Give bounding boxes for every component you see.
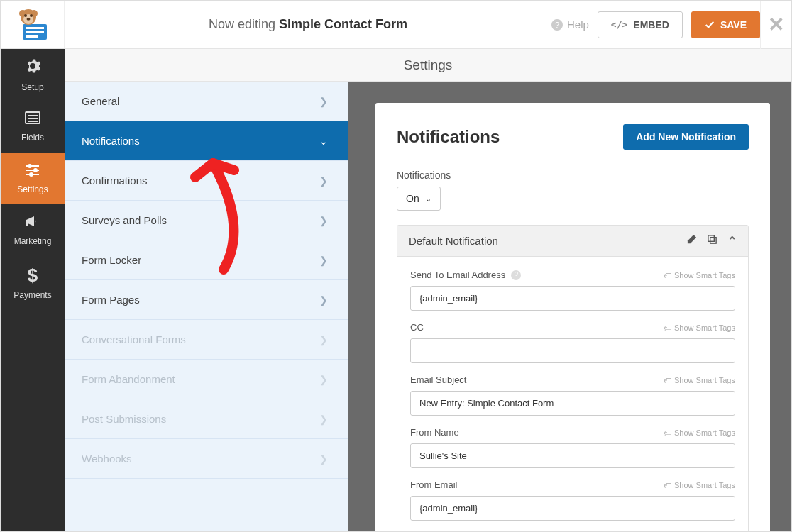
svg-rect-2: [26, 31, 44, 33]
row-from-email: From Email 🏷Show Smart Tags: [410, 480, 735, 521]
nav-item-fields[interactable]: Fields: [1, 101, 65, 153]
smart-tags-link[interactable]: 🏷Show Smart Tags: [664, 481, 735, 489]
card-body: Send To Email Address? 🏷Show Smart Tags …: [397, 257, 748, 521]
notifications-panel: Notifications Add New Notification Notif…: [375, 103, 770, 532]
settings-list: General❯ Notifications⌄ Confirmations❯ S…: [65, 82, 348, 532]
card-title: Default Notification: [409, 235, 498, 247]
nav-item-settings[interactable]: Settings: [1, 153, 65, 204]
content-area: Notifications Add New Notification Notif…: [348, 82, 791, 532]
row-send-to: Send To Email Address? 🏷Show Smart Tags: [410, 270, 735, 311]
notifications-toggle[interactable]: On ⌄: [397, 187, 441, 211]
chevron-right-icon: ❯: [319, 334, 328, 345]
from-name-input[interactable]: [410, 443, 735, 468]
editing-prefix: Now editing: [209, 17, 279, 31]
tag-icon: 🏷: [664, 271, 671, 279]
list-icon: [24, 111, 41, 129]
nav-item-payments[interactable]: $ Payments: [1, 256, 65, 308]
smart-label: Show Smart Tags: [674, 376, 735, 384]
close-cell: ✕: [760, 1, 791, 49]
save-button[interactable]: SAVE: [691, 11, 760, 38]
tag-icon: 🏷: [664, 376, 671, 384]
nav-item-marketing[interactable]: Marketing: [1, 204, 65, 256]
chevron-up-icon[interactable]: ⌃: [727, 234, 737, 248]
settings-item-label: Form Pages: [82, 294, 140, 306]
top-actions: ? Help </> EMBED SAVE: [551, 11, 760, 38]
chevron-right-icon: ❯: [319, 414, 328, 425]
tag-icon: 🏷: [664, 323, 671, 332]
from-email-input[interactable]: [410, 496, 735, 521]
send-to-input[interactable]: [410, 286, 735, 311]
toggle-value: On: [406, 193, 419, 204]
settings-item-label: Form Abandonment: [82, 373, 175, 385]
settings-item-label: Conversational Forms: [82, 333, 186, 345]
settings-item-formpages[interactable]: Form Pages❯: [65, 280, 348, 320]
smart-tags-link[interactable]: 🏷Show Smart Tags: [664, 271, 735, 279]
smart-tags-link[interactable]: 🏷Show Smart Tags: [664, 323, 735, 332]
svg-rect-22: [708, 235, 714, 241]
settings-item-general[interactable]: General❯: [65, 82, 348, 121]
chevron-right-icon: ❯: [319, 374, 328, 385]
chevron-right-icon: ❯: [319, 255, 328, 266]
add-notification-button[interactable]: Add New Notification: [623, 124, 749, 150]
svg-point-18: [28, 165, 31, 167]
sliders-icon: [24, 162, 41, 181]
app-logo: [1, 1, 65, 48]
tag-icon: 🏷: [664, 428, 671, 437]
settings-item-label: Webhooks: [82, 453, 132, 465]
settings-item-conversational[interactable]: Conversational Forms❯: [65, 320, 348, 360]
settings-item-label: General: [82, 95, 119, 107]
settings-item-postsubmissions[interactable]: Post Submissions❯: [65, 399, 348, 439]
embed-label: EMBED: [633, 19, 669, 31]
svg-point-8: [24, 14, 27, 17]
close-button[interactable]: ✕: [768, 15, 784, 35]
toggle-label: Notifications: [397, 170, 749, 181]
help-label: Help: [567, 18, 589, 31]
check-icon: [705, 20, 715, 30]
bullhorn-icon: [24, 214, 41, 233]
tag-icon: 🏷: [664, 481, 671, 489]
help-icon[interactable]: ?: [511, 270, 521, 280]
edit-icon[interactable]: [686, 234, 697, 248]
smart-label: Show Smart Tags: [674, 271, 735, 279]
chevron-right-icon: ❯: [319, 175, 328, 187]
chevron-right-icon: ❯: [319, 453, 328, 465]
settings-item-confirmations[interactable]: Confirmations❯: [65, 161, 348, 201]
dollar-icon: $: [28, 265, 38, 287]
smart-tags-link[interactable]: 🏷Show Smart Tags: [664, 428, 735, 437]
row-subject: Email Subject 🏷Show Smart Tags: [410, 375, 735, 416]
nav-label: Payments: [13, 290, 51, 300]
settings-item-label: Confirmations: [82, 174, 148, 187]
svg-rect-1: [26, 27, 44, 29]
panel-title: Notifications: [397, 127, 500, 147]
copy-icon[interactable]: [707, 234, 717, 248]
chevron-right-icon: ❯: [319, 215, 328, 226]
chevron-right-icon: ❯: [319, 294, 328, 306]
notification-card: Default Notification ⌃ Send To Email Add…: [397, 225, 749, 532]
cc-label: CC: [410, 322, 424, 333]
settings-item-abandonment[interactable]: Form Abandonment❯: [65, 360, 348, 399]
panel-head: Notifications Add New Notification: [397, 124, 749, 150]
subject-input[interactable]: [410, 391, 735, 416]
help-link[interactable]: ? Help: [551, 18, 589, 31]
editing-title: Now editing Simple Contact Form: [65, 17, 551, 32]
smart-label: Show Smart Tags: [674, 323, 735, 332]
send-to-label: Send To Email Address?: [410, 270, 521, 280]
row-from-name: From Name 🏷Show Smart Tags: [410, 427, 735, 468]
smart-label: Show Smart Tags: [674, 428, 735, 437]
save-label: SAVE: [720, 19, 747, 31]
smart-tags-link[interactable]: 🏷Show Smart Tags: [664, 376, 735, 384]
embed-icon: </>: [611, 19, 627, 30]
subject-label: Email Subject: [410, 375, 466, 385]
nav-item-setup[interactable]: Setup: [1, 49, 65, 101]
nav-label: Fields: [21, 133, 44, 143]
left-nav: Setup Fields Settings Marketing $ Paymen…: [1, 49, 65, 532]
card-head: Default Notification ⌃: [397, 226, 748, 257]
cc-input[interactable]: [410, 338, 735, 363]
settings-item-notifications[interactable]: Notifications⌄: [65, 121, 348, 161]
svg-point-9: [30, 14, 33, 17]
settings-item-webhooks[interactable]: Webhooks❯: [65, 439, 348, 479]
settings-item-formlocker[interactable]: Form Locker❯: [65, 240, 348, 280]
settings-item-surveys[interactable]: Surveys and Polls❯: [65, 201, 348, 240]
embed-button[interactable]: </> EMBED: [598, 11, 683, 38]
settings-item-label: Notifications: [82, 135, 140, 147]
